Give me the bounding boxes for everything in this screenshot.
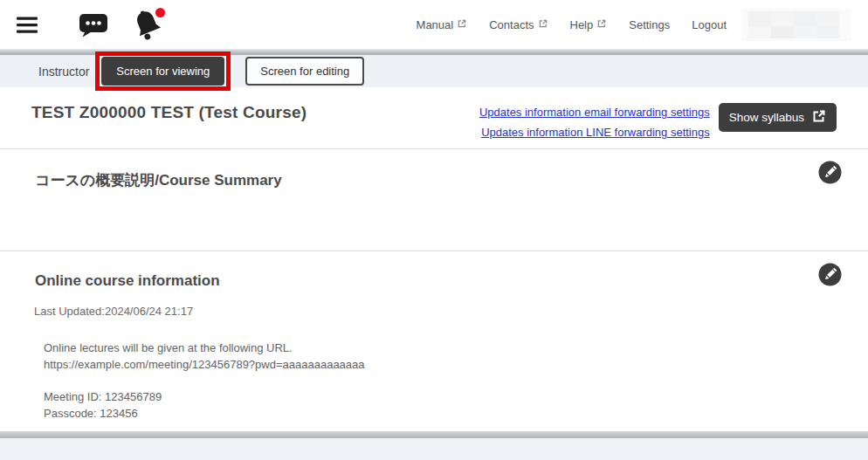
screen-for-editing-button[interactable]: Screen for editing (245, 57, 364, 86)
top-header: Manual Contacts Help (0, 0, 868, 49)
course-title-row: TEST Z000000 TEST (Test Course) Updates … (0, 87, 868, 148)
external-link-icon (596, 18, 607, 31)
footer-strip (0, 438, 868, 460)
edit-online-course-info-button[interactable] (818, 263, 842, 286)
nav-settings-link[interactable]: Settings (629, 18, 670, 31)
external-link-icon (538, 18, 548, 31)
external-link-icon (457, 18, 467, 31)
nav-help-link[interactable]: Help (570, 18, 608, 31)
email-forwarding-settings-link[interactable]: Updates information email forwarding set… (479, 106, 710, 119)
online-info-body: Online lectures will be given at the fol… (44, 340, 868, 422)
course-summary-heading: コースの概要説明/Course Summary (35, 170, 868, 190)
notification-bell-icon[interactable] (129, 6, 168, 43)
hamburger-menu-icon[interactable] (16, 16, 38, 34)
red-annotation-highlight: Screen for viewing (95, 51, 231, 91)
nav-contacts-link[interactable]: Contacts (489, 18, 548, 31)
nav-help-label: Help (570, 18, 594, 31)
screen-for-viewing-button[interactable]: Screen for viewing (101, 57, 224, 86)
nav-settings-label: Settings (629, 18, 670, 31)
online-info-intro: Online lectures will be given at the fol… (44, 340, 868, 357)
role-label: Instructor (38, 65, 89, 79)
online-course-info-heading: Online course information (35, 272, 868, 290)
course-title: TEST Z000000 TEST (Test Course) (31, 103, 307, 122)
notification-dot (155, 8, 165, 17)
page: Manual Contacts Help (0, 0, 868, 460)
edit-course-summary-button[interactable] (818, 161, 842, 184)
nav-contacts-label: Contacts (489, 18, 534, 31)
last-updated-text: Last Updated:2024/06/24 21:17 (34, 305, 868, 318)
line-forwarding-settings-link[interactable]: Updates information LINE forwarding sett… (481, 126, 710, 139)
redacted-username-block (741, 9, 851, 41)
footer-shadow-divider (0, 431, 868, 438)
online-course-info-section: Online course information Last Updated:2… (0, 251, 868, 438)
meeting-id: Meeting ID: 123456789 (44, 389, 868, 406)
meeting-url: https://example.com/meeting/123456789?pw… (44, 357, 868, 374)
chat-messages-icon[interactable] (79, 11, 108, 38)
show-syllabus-label: Show syllabus (729, 111, 804, 124)
passcode: Passcode: 123456 (44, 406, 868, 422)
nav-manual-label: Manual (417, 18, 454, 31)
nav-manual-link[interactable]: Manual (417, 18, 468, 31)
course-summary-section: コースの概要説明/Course Summary (0, 148, 868, 251)
external-link-icon (812, 109, 826, 126)
forwarding-links: Updates information email forwarding set… (479, 103, 710, 139)
nav-logout-label: Logout (692, 18, 727, 31)
role-tab-bar: Instructor Screen for viewing Screen for… (0, 55, 868, 87)
top-nav: Manual Contacts Help (417, 18, 727, 31)
nav-logout-link[interactable]: Logout (692, 18, 727, 31)
show-syllabus-button[interactable]: Show syllabus (719, 103, 837, 132)
